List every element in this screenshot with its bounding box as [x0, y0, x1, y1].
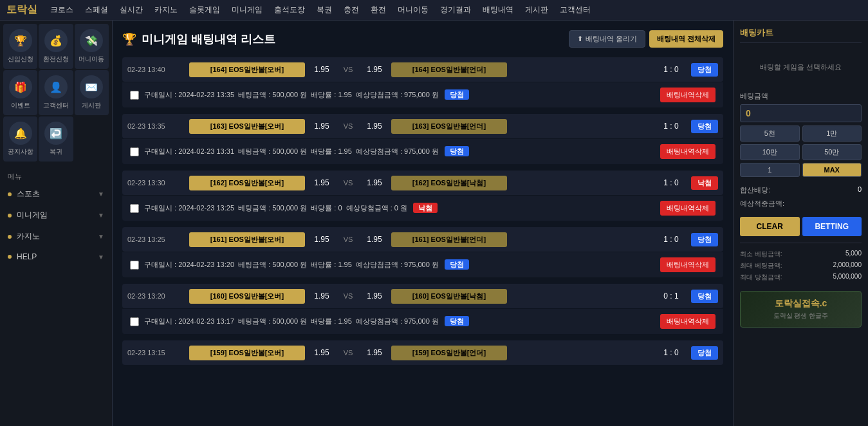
- right-panel: 배팅카트 배팅할 게임을 선택하세요 베팅금액 5천 1만 10만 50만 1 …: [733, 21, 868, 426]
- bet-delete-button-0[interactable]: 배팅내역삭제: [660, 88, 716, 102]
- amount-input[interactable]: [740, 104, 862, 122]
- bet-right-team: [163] EOS일반볼[언더]: [391, 119, 507, 134]
- bet-score: 0 : 1: [655, 292, 687, 301]
- icon-label: 환전신청: [43, 55, 69, 64]
- logo[interactable]: 토락실: [6, 3, 37, 17]
- sidebar-icons: 🏆신입신청💰환전신청💸머니이동🎁이벤트👤고객센터✉️게시판🔔공지사항↩️복귀: [0, 21, 112, 165]
- bet-right-odds: 1.95: [362, 178, 387, 187]
- bet-delete-button-1[interactable]: 배팅내역삭제: [660, 144, 716, 159]
- sidebar-icon-머니이동[interactable]: 💸머니이동: [75, 24, 109, 69]
- sidebar-icon-공지사항[interactable]: 🔔공지사항: [3, 116, 37, 162]
- cart-title: 배팅카트: [740, 27, 862, 43]
- nav-item-충전[interactable]: 충전: [344, 5, 359, 15]
- nav-item-머니이동[interactable]: 머니이동: [398, 5, 429, 15]
- nav-item-미니게임[interactable]: 미니게임: [232, 5, 263, 15]
- bet-score: 1 : 0: [655, 348, 687, 357]
- sidebar-icon-이벤트[interactable]: 🎁이벤트: [3, 70, 37, 115]
- icon-label: 신입신청: [8, 55, 33, 64]
- sidebar-menu-HELP[interactable]: HELP▼: [0, 247, 112, 266]
- quick-1w[interactable]: 1만: [802, 125, 862, 142]
- bet-right-odds: 1.95: [362, 348, 387, 357]
- bet-detail-text: 구매일시 : 2024-02-23 13:20 베팅금액 : 500,000 원…: [144, 260, 655, 270]
- sidebar-icon-고객센터[interactable]: 👤고객센터: [39, 70, 73, 115]
- quick-5k[interactable]: 5천: [740, 125, 800, 142]
- bet-detail-text: 구매일시 : 2024-02-23 13:31 베팅금액 : 500,000 원…: [144, 147, 655, 156]
- menu-dot: [8, 214, 12, 218]
- nav-item-게시판[interactable]: 게시판: [525, 5, 548, 15]
- bet-checkbox-0[interactable]: [130, 91, 139, 100]
- bet-detail-text: 구매일시 : 2024-02-23 13:25 베팅금액 : 500,000 원…: [144, 203, 655, 213]
- bet-group-1: 02-23 13:35 [163] EOS일반볼[오버] 1.95 VS 1.9…: [122, 114, 723, 164]
- top-nav: 토락실 크로스스페셜실시간카지노슬롯게임미니게임출석도장복권충전환전머니이동경기…: [0, 0, 868, 21]
- sidebar-icon-신입신청[interactable]: 🏆신입신청: [3, 24, 37, 69]
- bet-detail-text: 구매일시 : 2024-02-23 13:17 베팅금액 : 500,000 원…: [144, 317, 655, 326]
- bet-group-3: 02-23 13:25 [161] EOS일반볼[오버] 1.95 VS 1.9…: [122, 227, 723, 277]
- nav-item-슬롯게임[interactable]: 슬롯게임: [189, 5, 220, 15]
- quick-50w[interactable]: 50만: [802, 144, 862, 160]
- arrow-icon: ▼: [98, 212, 104, 219]
- bet-right-odds: 1.95: [362, 122, 387, 131]
- bet-score: 1 : 0: [655, 65, 687, 74]
- bet-checkbox-2[interactable]: [130, 204, 139, 213]
- nav-item-크로스[interactable]: 크로스: [50, 5, 73, 15]
- sidebar-menu-미니게임[interactable]: 미니게임▼: [0, 205, 112, 226]
- limit-value: 5,000: [845, 250, 862, 259]
- quick-buttons: 5천 1만 10만 50만 1 MAX: [740, 125, 862, 177]
- menu-dot: [8, 255, 12, 259]
- bet-detail-row-2: 구매일시 : 2024-02-23 13:25 베팅금액 : 500,000 원…: [122, 196, 723, 221]
- sidebar-icon-환전신청[interactable]: 💰환전신청: [39, 24, 73, 69]
- bet-group-2: 02-23 13:30 [162] EOS일반볼[오버] 1.95 VS 1.9…: [122, 171, 723, 221]
- nav-item-고객센터[interactable]: 고객센터: [560, 5, 591, 15]
- amount-label: 베팅금액: [740, 91, 862, 101]
- bet-left-team: [161] EOS일반볼[오버]: [189, 232, 305, 247]
- clear-button[interactable]: CLEAR: [740, 217, 800, 236]
- bet-delete-button-3[interactable]: 배팅내역삭제: [660, 257, 716, 272]
- bet-checkbox-3[interactable]: [130, 261, 139, 270]
- sidebar-menu-스포츠[interactable]: 스포츠▼: [0, 183, 112, 205]
- bet-vs: VS: [338, 179, 358, 187]
- bet-row-5: 02-23 13:15 [159] EOS일반볼[오버] 1.95 VS 1.9…: [122, 340, 723, 365]
- bet-detail-row-3: 구매일시 : 2024-02-23 13:20 베팅금액 : 500,000 원…: [122, 252, 723, 277]
- nav-item-배팅내역[interactable]: 배팅내역: [483, 5, 513, 15]
- bet-detail-row-4: 구매일시 : 2024-02-23 13:17 베팅금액 : 500,000 원…: [122, 309, 723, 334]
- bet-left-team: [162] EOS일반볼[오버]: [189, 176, 305, 190]
- bet-score: 1 : 0: [655, 178, 687, 187]
- sidebar-icon-복귀[interactable]: ↩️복귀: [39, 116, 73, 162]
- bets-container: 02-23 13:40 [164] EOS일반볼[오버] 1.95 VS 1.9…: [122, 57, 723, 365]
- quick-1[interactable]: 1: [740, 163, 800, 177]
- nav-item-복권[interactable]: 복권: [317, 5, 332, 15]
- bet-delete-button-2[interactable]: 배팅내역삭제: [660, 201, 716, 216]
- nav-item-출석도장[interactable]: 출석도장: [274, 5, 305, 15]
- bet-date: 02-23 13:25: [127, 236, 185, 243]
- promo-banner: 토락실접속.c 토락실 평생 한글주: [740, 291, 862, 328]
- upload-button[interactable]: ⬆ 배팅내역 올리기: [569, 30, 645, 48]
- delete-all-button[interactable]: 배팅내역 전체삭제: [649, 30, 723, 48]
- quick-10w[interactable]: 10만: [740, 144, 800, 160]
- bet-checkbox-4[interactable]: [130, 317, 139, 326]
- icon-circle: ↩️: [44, 122, 68, 145]
- bet-row-2: 02-23 13:30 [162] EOS일반볼[오버] 1.95 VS 1.9…: [122, 171, 723, 195]
- promo-sub: 토락실 평생 한글주: [747, 311, 854, 320]
- bet-right-odds: 1.95: [362, 65, 387, 74]
- bet-left-odds: 1.95: [309, 348, 335, 357]
- bet-date: 02-23 13:15: [127, 349, 185, 357]
- sidebar-icon-게시판[interactable]: ✉️게시판: [75, 70, 109, 115]
- nav-item-카지노[interactable]: 카지노: [154, 5, 178, 15]
- bet-badge: 당첨: [691, 63, 718, 77]
- bet-left-team: [163] EOS일반볼[오버]: [189, 119, 305, 134]
- bet-date: 02-23 13:30: [127, 179, 185, 187]
- sum-bonus-row: 합산배당: 0: [740, 183, 862, 197]
- nav-item-스페셜[interactable]: 스페셜: [85, 5, 108, 15]
- sidebar-menu-카지노[interactable]: 카지노▼: [0, 226, 112, 247]
- nav-item-환전[interactable]: 환전: [371, 5, 386, 15]
- bet-delete-button-4[interactable]: 배팅내역삭제: [660, 314, 716, 329]
- bet-button[interactable]: BETTING: [802, 217, 862, 236]
- nav-item-경기결과[interactable]: 경기결과: [440, 5, 471, 15]
- quick-max[interactable]: MAX: [802, 163, 862, 177]
- bet-group-0: 02-23 13:40 [164] EOS일반볼[오버] 1.95 VS 1.9…: [122, 57, 723, 107]
- bet-checkbox-1[interactable]: [130, 147, 139, 156]
- bet-score: 1 : 0: [655, 235, 687, 244]
- promo-title: 토락실접속.c: [747, 298, 854, 310]
- nav-item-실시간[interactable]: 실시간: [120, 5, 143, 15]
- limit-value: 5,000,000: [833, 273, 862, 282]
